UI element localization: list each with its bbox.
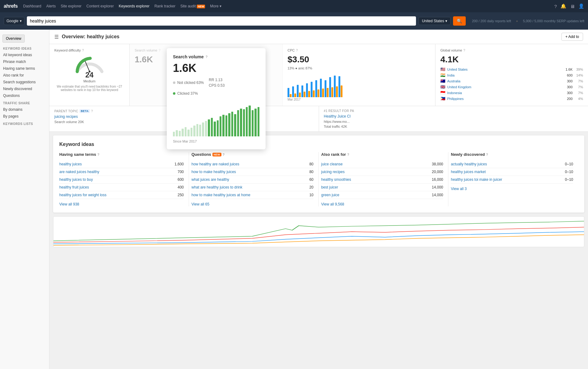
- view-all-link[interactable]: View all 65: [191, 202, 313, 206]
- monthly-updates: 5,000 / 5,000 monthly SERP updates left: [523, 19, 584, 23]
- keyword-row: how to make healthy juices at home 10: [191, 191, 313, 199]
- chart-bar: [205, 121, 207, 136]
- difficulty-value: 24: [85, 71, 94, 79]
- user-icon[interactable]: 👤: [578, 3, 584, 9]
- sidebar-item-questions[interactable]: Questions: [0, 92, 49, 99]
- sidebar-item-search-suggestions[interactable]: Search suggestions: [0, 79, 49, 85]
- country-pct: 7%: [574, 79, 583, 83]
- country-name[interactable]: India: [447, 73, 565, 77]
- search-input[interactable]: [27, 16, 416, 26]
- country-name[interactable]: Australia: [447, 79, 565, 83]
- nav-rank-tracker[interactable]: Rank tracker: [154, 4, 175, 8]
- parent-topic-link[interactable]: juicing recipes: [54, 114, 78, 119]
- keyword-link[interactable]: juice cleanse: [321, 162, 342, 166]
- keyword-link[interactable]: healthy fruit juices: [59, 185, 89, 189]
- keyword-link[interactable]: healthy juices market: [451, 170, 486, 174]
- country-flag: 🇵🇭: [440, 96, 445, 101]
- nav-more[interactable]: More ▾: [210, 4, 221, 8]
- chart-bar: [211, 118, 213, 136]
- chart-bar: [254, 109, 256, 136]
- keyword-link[interactable]: best juicer: [321, 185, 338, 189]
- chart-bar: [208, 119, 210, 136]
- keyword-link[interactable]: what are healthy juices to drink: [191, 185, 242, 189]
- gv-help-icon[interactable]: ?: [463, 48, 465, 52]
- chart-bar: [185, 127, 187, 136]
- col-help-icon-1[interactable]: ?: [223, 153, 225, 156]
- keyword-link[interactable]: juicing recipes: [321, 170, 345, 174]
- nav-site-audit[interactable]: Site audit NEW: [180, 4, 205, 8]
- ideas-column-1: QuestionsNEW? how healthy are naked juic…: [189, 152, 319, 206]
- view-all-link[interactable]: View all 9,568: [321, 202, 443, 206]
- sidebar-item-also-rank-for[interactable]: Also rank for: [0, 72, 49, 79]
- keyword-link[interactable]: actually healthy juices: [451, 162, 487, 166]
- keyword-link[interactable]: are naked juices healthy: [59, 170, 99, 174]
- sidebar-item-phrase-match[interactable]: Phrase match: [0, 58, 49, 65]
- col-help-icon-0[interactable]: ?: [97, 153, 99, 156]
- keyword-row: healthy juices toi make in juicer 0–10: [451, 176, 573, 184]
- sidebar-item-having-same-terms[interactable]: Having same terms: [0, 65, 49, 72]
- country-pct: 7%: [574, 91, 583, 95]
- keyword-row: what juices are healthy 60: [191, 176, 313, 184]
- view-all-link[interactable]: View all 938: [59, 202, 184, 206]
- nav-site-explorer[interactable]: Site explorer: [61, 4, 81, 8]
- global-list: 🇺🇸 United States 1.6K 39% 🇮🇳 India 600 1…: [440, 66, 583, 102]
- keyword-link[interactable]: what juices are healthy: [191, 177, 229, 182]
- keyword-link[interactable]: healthy juices: [59, 162, 82, 166]
- sidebar-item-newly-discovered[interactable]: Newly discovered: [0, 85, 49, 92]
- keyword-link[interactable]: healthy juices toi make in juicer: [451, 177, 502, 182]
- add-to-button[interactable]: + Add to: [561, 33, 583, 41]
- country-select[interactable]: United States ▾: [418, 17, 451, 25]
- keyword-link[interactable]: healthy smoothies: [321, 177, 351, 182]
- content-layout: Overview KEYWORD IDEAS All keyword ideas…: [0, 30, 588, 369]
- line-chart-svg: [53, 217, 584, 247]
- keyword-link[interactable]: green juice: [321, 193, 339, 197]
- sidebar-item-by-domains[interactable]: By domains: [0, 106, 49, 113]
- sv-help-icon[interactable]: ?: [158, 48, 160, 52]
- country-name[interactable]: Indonesia: [447, 91, 565, 95]
- not-clicked-label: Not clicked 63%: [177, 81, 204, 85]
- help-icon[interactable]: ?: [554, 4, 557, 9]
- popup-value: 1.6K: [173, 62, 259, 75]
- keyword-row: healthy juices market 0–10: [451, 168, 573, 176]
- country-count: 200: [567, 97, 573, 101]
- country-name[interactable]: Philippines: [447, 97, 565, 101]
- keyword-link[interactable]: healthy juices to buy: [59, 177, 93, 182]
- keyword-link[interactable]: healthy juices for weight loss: [59, 193, 107, 197]
- view-all-link[interactable]: View all 3: [451, 187, 573, 191]
- sidebar: Overview KEYWORD IDEAS All keyword ideas…: [0, 30, 49, 369]
- keyword-row: how healthy are naked juices 80: [191, 160, 313, 168]
- nav-content-explorer[interactable]: Content explorer: [86, 4, 114, 8]
- cpc-card: CPC ? $3.50 13% ● anic 87%: [283, 44, 435, 106]
- popup-help-icon[interactable]: ?: [206, 55, 208, 59]
- notifications-icon[interactable]: 🔔: [561, 3, 566, 9]
- chart-bar: [182, 129, 183, 136]
- gauge-svg: [74, 55, 105, 73]
- result1-link[interactable]: Healthy Juice Cl: [324, 114, 351, 118]
- nav-alerts[interactable]: Alerts: [46, 4, 56, 8]
- country-name[interactable]: United Kingdom: [447, 85, 565, 89]
- popup-since: Since Mar 2017: [173, 139, 259, 143]
- overview-button[interactable]: Overview: [2, 35, 25, 43]
- sidebar-item-by-pages[interactable]: By pages: [0, 113, 49, 120]
- nav-keywords-explorer[interactable]: Keywords explorer: [119, 4, 149, 8]
- clicked-label: Clicked 37%: [177, 91, 198, 96]
- sidebar-item-all-keyword-ideas[interactable]: All keyword ideas: [0, 52, 49, 58]
- hamburger-icon[interactable]: ☰: [54, 34, 59, 40]
- parent-topic-help-icon[interactable]: ?: [91, 109, 93, 113]
- chart-bar: [249, 106, 250, 136]
- search-button[interactable]: 🔍: [453, 16, 466, 26]
- monitor-icon[interactable]: 🖥: [570, 4, 575, 9]
- nav-dashboard[interactable]: Dashboard: [23, 4, 41, 8]
- col-help-icon-3[interactable]: ?: [486, 153, 488, 156]
- col-help-icon-2[interactable]: ?: [347, 153, 349, 156]
- difficulty-help-icon[interactable]: ?: [82, 48, 84, 52]
- cpc-help-icon[interactable]: ?: [296, 48, 298, 52]
- keyword-link[interactable]: how to make healthy juices: [191, 170, 236, 174]
- global-volume-card: Global volume ? 4.1K 🇺🇸 United States 1.…: [435, 44, 588, 106]
- keyword-row: healthy smoothies 16,000: [321, 176, 443, 184]
- engine-select[interactable]: Google ▾: [4, 17, 24, 25]
- country-flag: 🇺🇸: [440, 67, 445, 72]
- keyword-link[interactable]: how to make healthy juices at home: [191, 193, 250, 197]
- keyword-link[interactable]: how healthy are naked juices: [191, 162, 239, 166]
- country-name[interactable]: United States: [447, 68, 564, 71]
